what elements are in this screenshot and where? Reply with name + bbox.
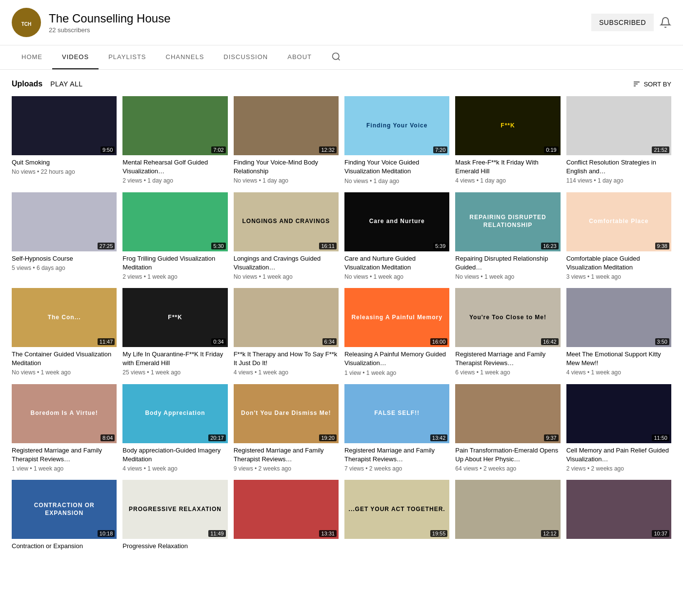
video-item[interactable]: 27:25 Self-Hypnosis Course 5 views • 6 d… bbox=[12, 192, 117, 281]
video-title: Finding Your Voice-Mind Body Relationshi… bbox=[234, 158, 339, 176]
video-item[interactable]: 12:32 Finding Your Voice-Mind Body Relat… bbox=[234, 96, 339, 185]
video-info: My Life In Quarantine-F**K It Friday wit… bbox=[122, 350, 227, 376]
duration-badge: 7:02 bbox=[211, 146, 225, 153]
tab-home[interactable]: HOME bbox=[12, 45, 52, 69]
video-info: Mental Rehearsal Golf Guided Visualizati… bbox=[122, 158, 227, 184]
video-item[interactable]: Releasing A Painful Memory 16:00 Releasi… bbox=[344, 288, 449, 376]
video-item[interactable]: REPAIRING DISRUPTED RELATIONSHIP 16:23 R… bbox=[455, 192, 560, 281]
video-title: Mental Rehearsal Golf Guided Visualizati… bbox=[122, 158, 227, 176]
video-thumbnail: 12:12 bbox=[455, 480, 560, 539]
video-thumbnail: 9:50 bbox=[12, 96, 117, 155]
tab-playlists[interactable]: PLAYLISTS bbox=[99, 45, 156, 69]
video-item[interactable]: 7:02 Mental Rehearsal Golf Guided Visual… bbox=[122, 96, 227, 185]
video-info: Registered Marriage and Family Therapist… bbox=[344, 446, 449, 472]
video-item[interactable]: 6:34 F**k It Therapy and How To Say F**k… bbox=[234, 288, 339, 376]
duration-badge: 20:17 bbox=[208, 434, 226, 441]
video-thumbnail: F**K 0:34 bbox=[122, 288, 227, 347]
video-meta: 2 views • 2 weeks ago bbox=[566, 465, 671, 472]
duration-badge: 16:42 bbox=[541, 338, 559, 345]
video-item[interactable]: Boredom Is A Virtue! 8:04 Registered Mar… bbox=[12, 384, 117, 472]
duration-badge: 13:31 bbox=[319, 530, 337, 537]
video-item[interactable]: 5:30 Frog Trilling Guided Visualization … bbox=[122, 192, 227, 281]
video-info: Contraction or Expansion bbox=[12, 542, 117, 551]
video-meta: 25 views • 1 week ago bbox=[122, 369, 227, 376]
duration-badge: 11:49 bbox=[208, 530, 226, 537]
video-item[interactable]: 9:50 Quit Smoking No views • 22 hours ag… bbox=[12, 96, 117, 185]
notification-bell-icon[interactable] bbox=[660, 17, 671, 28]
video-title: Registered Marriage and Family Therapist… bbox=[344, 446, 449, 464]
video-info: Body appreciation-Guided Imagery Meditat… bbox=[122, 446, 227, 472]
thumbnail-label: Body Appreciation bbox=[141, 406, 209, 421]
video-item[interactable]: 3:50 Meet The Emotional Support Kitty Me… bbox=[566, 288, 671, 376]
video-item[interactable]: CONTRACTION OR EXPANSION 10:18 Contracti… bbox=[12, 480, 117, 551]
video-title: Registered Marriage and Family Therapist… bbox=[455, 350, 560, 368]
duration-badge: 10:18 bbox=[98, 530, 115, 537]
sort-icon bbox=[633, 80, 641, 88]
video-thumbnail: Body Appreciation 20:17 bbox=[122, 384, 227, 443]
duration-badge: 9:37 bbox=[544, 434, 558, 441]
video-info: The Container Guided Visualization Medit… bbox=[12, 350, 117, 376]
video-title: Contraction or Expansion bbox=[12, 542, 117, 551]
play-all-button[interactable]: PLAY ALL bbox=[50, 80, 83, 88]
thumbnail-label: F**K bbox=[164, 310, 186, 326]
video-title: Comfortable place Guided Visualization M… bbox=[566, 254, 671, 272]
thumbnail-label: Comfortable Place bbox=[585, 214, 652, 229]
duration-badge: 0:19 bbox=[544, 146, 558, 153]
video-info: Registered Marriage and Family Therapist… bbox=[12, 446, 117, 472]
video-info: Comfortable place Guided Visualization M… bbox=[566, 254, 671, 280]
video-item[interactable]: Don't You Dare Dismiss Me! 19:20 Registe… bbox=[234, 384, 339, 472]
duration-badge: 12:12 bbox=[541, 530, 559, 537]
video-thumbnail: 27:25 bbox=[12, 192, 117, 251]
video-item[interactable]: F**K 0:34 My Life In Quarantine-F**K It … bbox=[122, 288, 227, 376]
video-item[interactable]: The Con... 11:47 The Container Guided Vi… bbox=[12, 288, 117, 376]
duration-badge: 3:50 bbox=[655, 338, 669, 345]
video-meta: No views • 1 week ago bbox=[234, 273, 339, 280]
video-title: Releasing A Painful Memory Guided Visual… bbox=[344, 350, 449, 368]
video-meta: 6 views • 1 week ago bbox=[455, 369, 560, 376]
video-item[interactable]: 11:50 Cell Memory and Pain Relief Guided… bbox=[566, 384, 671, 472]
video-thumbnail: LONGINGS AND CRAVINGS 16:11 bbox=[234, 192, 339, 251]
video-item[interactable]: Comfortable Place 9:38 Comfortable place… bbox=[566, 192, 671, 281]
sort-by-label: SORT BY bbox=[643, 81, 671, 88]
video-info: Registered Marriage and Family Therapist… bbox=[455, 350, 560, 376]
video-item[interactable]: Care and Nurture 5:39 Care and Nurture G… bbox=[344, 192, 449, 281]
thumbnail-label: CONTRACTION OR EXPANSION bbox=[12, 498, 117, 521]
video-item[interactable]: 12:12 bbox=[455, 480, 560, 551]
subscribe-button[interactable]: SUBSCRIBED bbox=[591, 14, 654, 31]
video-title: Registered Marriage and Family Therapist… bbox=[12, 446, 117, 464]
video-thumbnail: FALSE SELF!! 13:42 bbox=[344, 384, 449, 443]
video-title: My Life In Quarantine-F**K It Friday wit… bbox=[122, 350, 227, 368]
video-item[interactable]: 10:37 bbox=[566, 480, 671, 551]
video-item[interactable]: 21:52 Conflict Resolution Strategies in … bbox=[566, 96, 671, 185]
tab-channels[interactable]: CHANNELS bbox=[156, 45, 214, 69]
sort-button[interactable]: SORT BY bbox=[633, 80, 671, 88]
video-item[interactable]: F**K 0:19 Mask Free-F**k It Friday With … bbox=[455, 96, 560, 185]
video-thumbnail: The Con... 11:47 bbox=[12, 288, 117, 347]
video-item[interactable]: PROGRESSIVE RELAXATION 11:49 Progressive… bbox=[122, 480, 227, 551]
video-item[interactable]: LONGINGS AND CRAVINGS 16:11 Longings and… bbox=[234, 192, 339, 281]
search-icon[interactable] bbox=[331, 52, 341, 63]
tab-videos[interactable]: VIDEOS bbox=[52, 45, 99, 69]
video-meta: 9 views • 2 weeks ago bbox=[234, 465, 339, 472]
duration-badge: 16:00 bbox=[430, 338, 448, 345]
video-item[interactable]: 9:37 Pain Transformation-Emerald Opens U… bbox=[455, 384, 560, 472]
video-info: Conflict Resolution Strategies in Englis… bbox=[566, 158, 671, 184]
tab-about[interactable]: ABOUT bbox=[278, 45, 321, 69]
tab-discussion[interactable]: DISCUSSION bbox=[214, 45, 278, 69]
video-thumbnail: PROGRESSIVE RELAXATION 11:49 bbox=[122, 480, 227, 539]
video-title: Finding Your Voice Guided Visualization … bbox=[344, 158, 449, 176]
video-item[interactable]: You're Too Close to Me! 16:42 Registered… bbox=[455, 288, 560, 376]
video-item[interactable]: 13:31 bbox=[234, 480, 339, 551]
video-item[interactable]: FALSE SELF!! 13:42 Registered Marriage a… bbox=[344, 384, 449, 472]
video-meta: 3 views • 1 week ago bbox=[566, 273, 671, 280]
video-thumbnail: Comfortable Place 9:38 bbox=[566, 192, 671, 251]
video-item[interactable]: Body Appreciation 20:17 Body appreciatio… bbox=[122, 384, 227, 472]
video-item[interactable]: ...GET YOUR ACT TOGETHER. 19:55 bbox=[344, 480, 449, 551]
duration-badge: 27:25 bbox=[98, 243, 115, 249]
thumbnail-label: REPAIRING DISRUPTED RELATIONSHIP bbox=[455, 210, 560, 233]
video-thumbnail: 5:30 bbox=[122, 192, 227, 251]
video-thumbnail: 10:37 bbox=[566, 480, 671, 539]
channel-nav: HOME VIDEOS PLAYLISTS CHANNELS DISCUSSIO… bbox=[0, 45, 683, 70]
video-item[interactable]: Finding Your Voice 7:20 Finding Your Voi… bbox=[344, 96, 449, 185]
duration-badge: 5:39 bbox=[433, 243, 447, 249]
